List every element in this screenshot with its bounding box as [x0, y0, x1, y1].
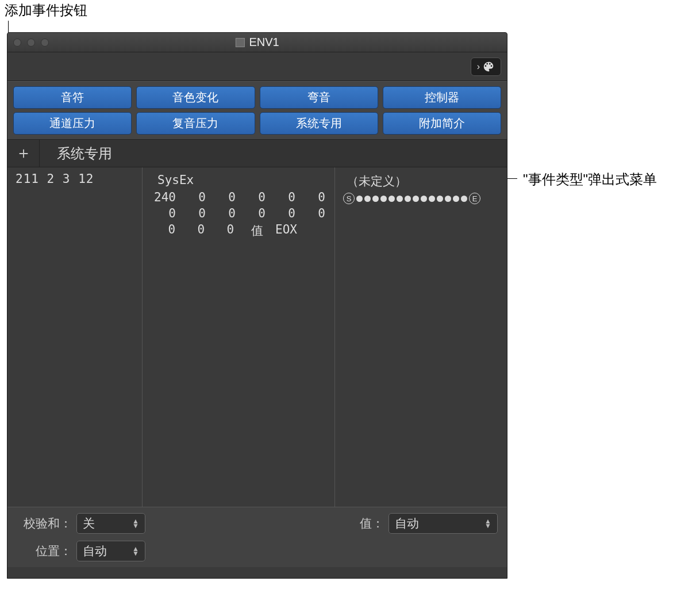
filter-channel-pressure[interactable]: 通道压力	[13, 112, 132, 135]
position-value: 自动	[83, 543, 107, 559]
byte-dot	[445, 196, 451, 202]
control-row: 位置： 自动 ▲▼	[17, 541, 498, 561]
data-cell[interactable]: 0	[148, 205, 178, 221]
title-group: ENV1	[235, 36, 279, 49]
filter-sysex[interactable]: 系统专用	[260, 112, 378, 135]
data-cell[interactable]: 0	[148, 221, 178, 240]
sysex-data-column: SysEx 240 0 0 0 0 0 0 0 0 0 0 0	[143, 167, 335, 507]
color-palette-button[interactable]: ›	[471, 58, 501, 76]
plus-icon	[17, 147, 30, 160]
event-list-header: 系统专用	[7, 140, 507, 167]
byte-dot	[421, 196, 427, 202]
byte-indicator-row: S E	[341, 193, 501, 204]
checksum-label: 校验和：	[17, 515, 72, 531]
sysex-column-header: SysEx	[148, 172, 329, 189]
data-cell[interactable]: 0	[208, 189, 238, 205]
control-row: 校验和： 关 ▲▼ 值： 自动 ▲▼	[17, 513, 498, 534]
col3-header: （未定义）	[341, 172, 501, 193]
filter-pitch-bend[interactable]: 弯音	[260, 86, 378, 109]
traffic-lights	[13, 39, 49, 47]
data-cell[interactable]: 0	[178, 221, 207, 240]
data-cell[interactable]: 0	[178, 205, 208, 221]
position-column: 211 2 3 12	[7, 167, 143, 507]
visualization-column: （未定义） S E	[335, 167, 507, 507]
byte-dot	[380, 196, 387, 202]
event-filter-panel: 音符 音色变化 弯音 控制器 通道压力 复音压力 系统专用 附加简介	[7, 81, 507, 140]
data-row: 0 0 0 0 0 0	[148, 205, 329, 221]
data-cell[interactable]: 0	[178, 189, 208, 205]
window-titlebar: ENV1	[7, 33, 507, 52]
position-value[interactable]: 211 2 3 12	[13, 172, 136, 186]
data-row: 0 0 0 值 EOX	[148, 221, 329, 240]
data-cell[interactable]: 240	[148, 189, 178, 205]
filter-row: 通道压力 复音压力 系统专用 附加简介	[13, 112, 501, 135]
filter-controller[interactable]: 控制器	[383, 86, 501, 109]
byte-dot	[461, 196, 467, 202]
start-marker-icon: S	[343, 193, 355, 204]
data-row: 240 0 0 0 0 0	[148, 189, 329, 205]
byte-dot	[389, 196, 395, 202]
byte-dot	[364, 196, 371, 202]
zoom-window-button[interactable]	[41, 39, 49, 47]
data-cell[interactable]: 0	[207, 221, 236, 240]
bottom-controls: 校验和： 关 ▲▼ 值： 自动 ▲▼ 位置： 自动 ▲▼	[7, 507, 507, 567]
minimize-window-button[interactable]	[27, 39, 35, 47]
stepper-arrows-icon: ▲▼	[132, 519, 139, 528]
toolbar: ›	[7, 52, 507, 81]
filter-row: 音符 音色变化 弯音 控制器	[13, 86, 501, 109]
byte-dot	[397, 196, 403, 202]
data-cell[interactable]: 0	[298, 189, 328, 205]
data-cell[interactable]: 值	[236, 221, 266, 240]
chevron-right-icon: ›	[477, 62, 480, 72]
byte-dot	[405, 196, 411, 202]
data-cell[interactable]: 0	[208, 205, 238, 221]
close-window-button[interactable]	[13, 39, 21, 47]
data-cell-eox[interactable]: EOX	[266, 221, 299, 240]
project-icon	[235, 38, 244, 47]
editor-window: ENV1 › 音符 音色变化 弯音 控制器 通道压力 复音压力 系统专用 附加简…	[7, 32, 507, 579]
data-cell[interactable]: 0	[268, 189, 298, 205]
add-event-button[interactable]	[7, 140, 40, 167]
stepper-arrows-icon: ▲▼	[484, 519, 491, 528]
position-label: 位置：	[17, 543, 72, 559]
window-title: ENV1	[249, 36, 279, 49]
filter-poly-pressure[interactable]: 复音压力	[136, 112, 255, 135]
data-cell[interactable]: 0	[238, 205, 268, 221]
callout-event-type-menu: "事件类型"弹出式菜单	[523, 170, 657, 189]
sysex-data-grid[interactable]: 240 0 0 0 0 0 0 0 0 0 0 0 0 0	[148, 189, 329, 240]
checksum-select[interactable]: 关 ▲▼	[76, 513, 145, 534]
value-value: 自动	[395, 515, 419, 531]
checksum-value: 关	[83, 515, 95, 531]
palette-icon	[482, 60, 495, 73]
value-select[interactable]: 自动 ▲▼	[389, 513, 498, 534]
byte-dot	[429, 196, 435, 202]
stepper-arrows-icon: ▲▼	[132, 546, 139, 556]
position-select[interactable]: 自动 ▲▼	[76, 541, 145, 561]
filter-additional-info[interactable]: 附加简介	[383, 112, 501, 135]
event-type-popup-menu[interactable]: 系统专用	[40, 144, 112, 163]
byte-dot	[372, 196, 379, 202]
data-cell[interactable]: 0	[298, 205, 328, 221]
byte-dot	[413, 196, 419, 202]
event-content-area: 211 2 3 12 SysEx 240 0 0 0 0 0 0 0 0 0	[7, 167, 507, 507]
data-cell[interactable]: 0	[238, 189, 268, 205]
value-label: 值：	[360, 515, 384, 531]
byte-dot	[356, 196, 363, 202]
data-cell	[299, 221, 329, 240]
end-marker-icon: E	[469, 193, 480, 204]
filter-notes[interactable]: 音符	[13, 86, 132, 109]
byte-dot	[437, 196, 443, 202]
byte-dot	[453, 196, 459, 202]
data-cell[interactable]: 0	[268, 205, 298, 221]
callout-add-event-button: 添加事件按钮	[5, 1, 87, 20]
filter-program-change[interactable]: 音色变化	[136, 86, 255, 109]
